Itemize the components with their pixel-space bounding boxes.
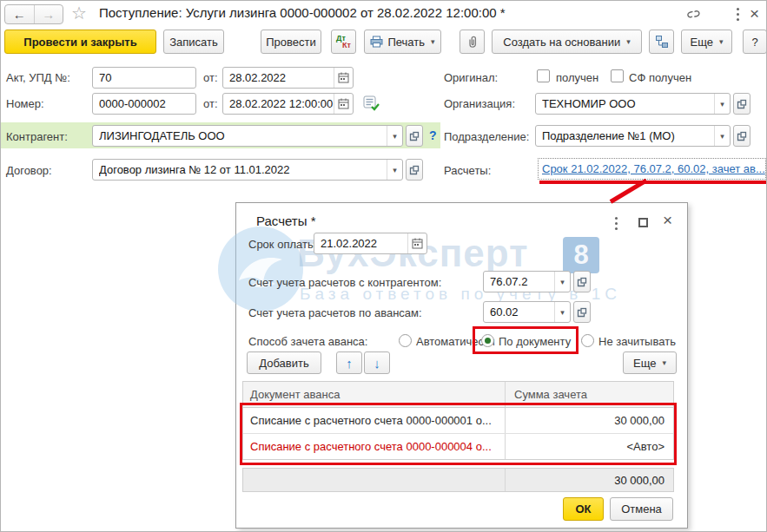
settlements-label: Расчеты: — [444, 164, 491, 177]
move-up-button[interactable]: ↑ — [336, 351, 362, 374]
dropdown-caret-icon[interactable] — [554, 302, 570, 322]
settlements-link[interactable]: Срок 21.02.2022, 76.07.2, 60.02, зачет а… — [542, 162, 765, 175]
help-button[interactable]: ? — [743, 30, 767, 54]
dtkt-icon: ДтКт — [332, 30, 355, 53]
window-menu-icon[interactable] — [737, 13, 739, 16]
original-label: Оригинал: — [444, 71, 498, 84]
number-from-label: от: — [203, 97, 218, 110]
contractor-label: Контрагент: — [6, 130, 68, 143]
arrow-up-icon: ↑ — [346, 356, 353, 371]
set-registration-time-icon[interactable] — [363, 95, 380, 111]
radio-automatic[interactable] — [399, 334, 412, 347]
contractor-check-help[interactable]: ? — [429, 128, 437, 142]
main-window: ← → ☆ Поступление: Услуги лизинга 0000-0… — [0, 0, 767, 532]
attachments-button[interactable] — [460, 30, 485, 54]
account-advance-open-button[interactable] — [573, 301, 591, 323]
related-documents-button[interactable] — [649, 30, 674, 54]
department-open-button[interactable] — [733, 125, 750, 147]
account-contractor-open-button[interactable] — [573, 271, 591, 292]
settlements-link-box: Срок 21.02.2022, 76.07.2, 60.02, зачет а… — [538, 158, 766, 180]
dropdown-caret-icon[interactable] — [387, 160, 402, 180]
number-field[interactable]: 0000-000002 — [92, 93, 196, 115]
offset-method-label: Способ зачета аванса: — [248, 335, 367, 348]
department-field[interactable]: Подразделение №1 (МО) — [535, 125, 731, 147]
printer-icon — [370, 36, 383, 48]
department-label: Подразделение: — [444, 130, 529, 143]
number-label: Номер: — [6, 97, 44, 110]
window-close-icon[interactable]: × — [750, 5, 759, 22]
create-based-on-button[interactable]: Создать на основании — [492, 30, 642, 54]
add-button[interactable]: Добавить — [247, 351, 321, 374]
account-advance-label: Счет учета расчетов по авансам: — [248, 306, 422, 319]
structure-icon — [655, 35, 669, 49]
dialog-close-icon[interactable]: × — [663, 212, 672, 228]
annotation-underline-settlements — [539, 181, 767, 184]
original-received-checkbox[interactable] — [537, 69, 550, 82]
dialog-maximize-icon[interactable] — [638, 218, 648, 227]
sf-received-label[interactable]: СФ получен — [629, 71, 691, 84]
table-total-row: 30 000,00 — [242, 468, 674, 492]
act-date-field[interactable]: 28.02.2022 — [222, 67, 354, 89]
organization-open-button[interactable] — [733, 93, 750, 115]
cancel-button[interactable]: Отмена — [610, 497, 673, 521]
save-button[interactable]: Записать — [163, 30, 224, 54]
dropdown-caret-icon[interactable] — [387, 126, 402, 146]
organization-field[interactable]: ТЕХНОМИР ООО — [535, 93, 731, 115]
sf-received-checkbox[interactable] — [611, 69, 624, 82]
dialog-more-button[interactable]: Еще — [623, 351, 677, 374]
organization-label: Организация: — [444, 97, 515, 110]
favorite-star-icon[interactable]: ☆ — [71, 3, 87, 23]
contract-field[interactable]: Договор лизинга № 12 от 11.01.2022 — [92, 159, 403, 181]
dialog-title: Расчеты * — [256, 213, 316, 228]
post-button[interactable]: Провести — [261, 30, 321, 54]
contract-label: Договор: — [6, 164, 52, 177]
calendar-icon[interactable] — [407, 233, 426, 253]
post-and-close-button[interactable]: Провести и закрыть — [4, 30, 156, 54]
total-amount: 30 000,00 — [506, 474, 673, 487]
contract-open-button[interactable] — [406, 159, 423, 181]
dropdown-caret-icon[interactable] — [554, 272, 570, 292]
original-received-label[interactable]: получен — [556, 71, 598, 84]
act-number-label: Акт, УПД №: — [6, 71, 70, 84]
back-icon[interactable]: ← — [5, 5, 35, 23]
calendar-icon[interactable] — [334, 68, 353, 88]
annotation-box-by-document — [473, 326, 579, 354]
account-contractor-field[interactable]: 76.07.2 — [483, 271, 571, 292]
account-contractor-label: Счет учета расчетов с контрагентом: — [248, 276, 441, 289]
dropdown-caret-icon[interactable] — [714, 126, 730, 146]
ok-button[interactable]: ОК — [563, 497, 604, 521]
nav-history-group: ← → — [4, 4, 63, 24]
calendar-icon[interactable] — [334, 94, 353, 114]
due-date-field[interactable]: 21.02.2022 — [314, 233, 427, 254]
paperclip-icon — [466, 35, 479, 49]
dialog-menu-icon[interactable] — [615, 222, 618, 225]
act-number-field[interactable]: 70 — [92, 67, 196, 89]
get-link-icon[interactable] — [685, 7, 702, 22]
total-empty-cell — [243, 469, 506, 491]
page-title: Поступление: Услуги лизинга 0000-000002 … — [99, 5, 506, 20]
document-datetime-field[interactable]: 28.02.2022 12:00:00 — [222, 93, 354, 115]
dropdown-caret-icon[interactable] — [714, 94, 730, 114]
radio-no-offset-label[interactable]: Не зачитывать — [598, 335, 676, 348]
forward-icon[interactable]: → — [35, 5, 63, 23]
contractor-field[interactable]: ЛИЗИНГОДАТЕЛЬ ООО — [92, 125, 403, 147]
contractor-open-button[interactable] — [406, 125, 423, 147]
arrow-down-icon: ↓ — [374, 356, 380, 371]
dtkt-postings-button[interactable]: ДтКт — [331, 30, 356, 54]
annotation-box-table-rows — [240, 403, 677, 465]
move-down-button[interactable]: ↓ — [364, 351, 390, 374]
more-button[interactable]: Еще — [681, 30, 732, 54]
act-from-label: от: — [203, 71, 218, 84]
radio-no-offset[interactable] — [581, 334, 594, 347]
account-advance-field[interactable]: 60.02 — [483, 301, 571, 323]
due-date-label: Срок оплаты: — [248, 238, 319, 251]
print-button[interactable]: Печать — [364, 30, 441, 54]
